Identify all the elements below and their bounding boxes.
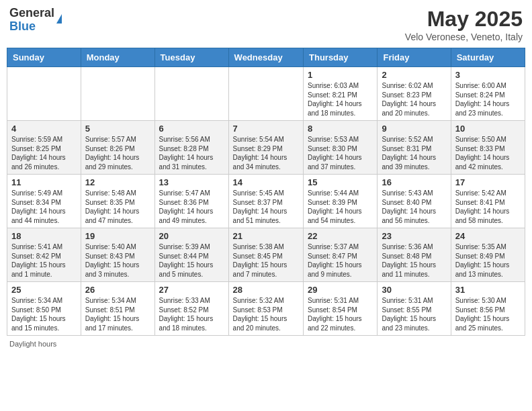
day-info: Sunrise: 5:54 AM Sunset: 8:29 PM Dayligh… [233, 135, 299, 171]
table-row [81, 67, 154, 121]
calendar-week-4: 18Sunrise: 5:41 AM Sunset: 8:42 PM Dayli… [7, 228, 525, 282]
day-info: Sunrise: 5:40 AM Sunset: 8:43 PM Dayligh… [85, 242, 150, 279]
table-row: 4Sunrise: 5:59 AM Sunset: 8:25 PM Daylig… [7, 121, 81, 175]
day-number: 16 [382, 177, 446, 187]
day-info: Sunrise: 5:32 AM Sunset: 8:53 PM Dayligh… [233, 296, 299, 332]
day-number: 12 [85, 177, 150, 187]
day-number: 5 [85, 124, 150, 134]
header: General Blue May 2025 Velo Veronese, Ven… [7, 7, 525, 42]
day-number: 31 [455, 285, 521, 295]
col-sunday: Sunday [7, 48, 81, 67]
table-row: 31Sunrise: 5:30 AM Sunset: 8:56 PM Dayli… [451, 282, 525, 336]
table-row: 29Sunrise: 5:31 AM Sunset: 8:54 PM Dayli… [304, 282, 378, 336]
day-number: 9 [382, 124, 446, 134]
day-info: Sunrise: 5:47 AM Sunset: 8:36 PM Dayligh… [159, 189, 224, 225]
day-number: 15 [308, 177, 373, 187]
footer: Daylight hours [7, 340, 525, 348]
table-row: 7Sunrise: 5:54 AM Sunset: 8:29 PM Daylig… [228, 121, 303, 175]
calendar-header-row: Sunday Monday Tuesday Wednesday Thursday… [7, 48, 525, 67]
day-number: 21 [233, 231, 299, 241]
day-number: 13 [159, 177, 224, 187]
day-info: Sunrise: 5:34 AM Sunset: 8:51 PM Dayligh… [85, 296, 150, 332]
day-info: Sunrise: 5:33 AM Sunset: 8:52 PM Dayligh… [159, 296, 224, 332]
table-row: 30Sunrise: 5:31 AM Sunset: 8:55 PM Dayli… [378, 282, 451, 336]
table-row: 27Sunrise: 5:33 AM Sunset: 8:52 PM Dayli… [154, 282, 228, 336]
table-row: 1Sunrise: 6:03 AM Sunset: 8:21 PM Daylig… [304, 67, 378, 121]
day-number: 2 [382, 70, 446, 80]
day-number: 19 [85, 231, 150, 241]
day-number: 25 [11, 285, 77, 295]
day-number: 22 [308, 231, 373, 241]
table-row: 20Sunrise: 5:39 AM Sunset: 8:44 PM Dayli… [154, 228, 228, 282]
col-thursday: Thursday [304, 48, 378, 67]
table-row: 5Sunrise: 5:57 AM Sunset: 8:26 PM Daylig… [81, 121, 154, 175]
day-number: 17 [455, 177, 521, 187]
calendar-week-2: 4Sunrise: 5:59 AM Sunset: 8:25 PM Daylig… [7, 121, 525, 175]
day-info: Sunrise: 5:44 AM Sunset: 8:39 PM Dayligh… [308, 189, 373, 225]
day-number: 29 [308, 285, 373, 295]
logo: General Blue [9, 7, 62, 34]
daylight-label: Daylight hours [9, 340, 56, 348]
day-number: 18 [11, 231, 77, 241]
day-info: Sunrise: 5:56 AM Sunset: 8:28 PM Dayligh… [159, 135, 224, 171]
day-info: Sunrise: 6:02 AM Sunset: 8:23 PM Dayligh… [382, 81, 446, 118]
table-row: 19Sunrise: 5:40 AM Sunset: 8:43 PM Dayli… [81, 228, 154, 282]
calendar-table: Sunday Monday Tuesday Wednesday Thursday… [7, 48, 525, 336]
logo-triangle-icon [56, 14, 62, 24]
table-row: 17Sunrise: 5:42 AM Sunset: 8:41 PM Dayli… [451, 175, 525, 228]
col-monday: Monday [81, 48, 154, 67]
table-row: 28Sunrise: 5:32 AM Sunset: 8:53 PM Dayli… [228, 282, 303, 336]
day-info: Sunrise: 5:45 AM Sunset: 8:37 PM Dayligh… [233, 189, 299, 225]
day-info: Sunrise: 5:48 AM Sunset: 8:35 PM Dayligh… [85, 189, 150, 225]
table-row [228, 67, 303, 121]
day-info: Sunrise: 5:37 AM Sunset: 8:47 PM Dayligh… [308, 242, 373, 279]
day-info: Sunrise: 5:53 AM Sunset: 8:30 PM Dayligh… [308, 135, 373, 171]
table-row: 11Sunrise: 5:49 AM Sunset: 8:34 PM Dayli… [7, 175, 81, 228]
day-number: 1 [308, 70, 373, 80]
table-row: 15Sunrise: 5:44 AM Sunset: 8:39 PM Dayli… [304, 175, 378, 228]
day-info: Sunrise: 5:38 AM Sunset: 8:45 PM Dayligh… [233, 242, 299, 279]
day-info: Sunrise: 5:36 AM Sunset: 8:48 PM Dayligh… [382, 242, 446, 279]
day-number: 7 [233, 124, 299, 134]
table-row [154, 67, 228, 121]
page-container: General Blue May 2025 Velo Veronese, Ven… [7, 7, 525, 348]
table-row: 14Sunrise: 5:45 AM Sunset: 8:37 PM Dayli… [228, 175, 303, 228]
table-row: 9Sunrise: 5:52 AM Sunset: 8:31 PM Daylig… [378, 121, 451, 175]
table-row: 10Sunrise: 5:50 AM Sunset: 8:33 PM Dayli… [451, 121, 525, 175]
day-info: Sunrise: 5:35 AM Sunset: 8:49 PM Dayligh… [455, 242, 521, 279]
day-info: Sunrise: 5:31 AM Sunset: 8:55 PM Dayligh… [382, 296, 446, 332]
table-row: 21Sunrise: 5:38 AM Sunset: 8:45 PM Dayli… [228, 228, 303, 282]
calendar-week-5: 25Sunrise: 5:34 AM Sunset: 8:50 PM Dayli… [7, 282, 525, 336]
day-number: 28 [233, 285, 299, 295]
table-row: 2Sunrise: 6:02 AM Sunset: 8:23 PM Daylig… [378, 67, 451, 121]
day-number: 10 [455, 124, 521, 134]
table-row: 12Sunrise: 5:48 AM Sunset: 8:35 PM Dayli… [81, 175, 154, 228]
col-tuesday: Tuesday [154, 48, 228, 67]
logo-text: General Blue [9, 7, 54, 34]
day-number: 6 [159, 124, 224, 134]
day-info: Sunrise: 5:41 AM Sunset: 8:42 PM Dayligh… [11, 242, 77, 279]
day-info: Sunrise: 5:49 AM Sunset: 8:34 PM Dayligh… [11, 189, 77, 225]
day-number: 14 [233, 177, 299, 187]
day-info: Sunrise: 5:39 AM Sunset: 8:44 PM Dayligh… [159, 242, 224, 279]
table-row: 13Sunrise: 5:47 AM Sunset: 8:36 PM Dayli… [154, 175, 228, 228]
day-number: 27 [159, 285, 224, 295]
day-number: 23 [382, 231, 446, 241]
day-info: Sunrise: 6:00 AM Sunset: 8:24 PM Dayligh… [455, 81, 521, 118]
table-row: 18Sunrise: 5:41 AM Sunset: 8:42 PM Dayli… [7, 228, 81, 282]
day-number: 30 [382, 285, 446, 295]
day-number: 8 [308, 124, 373, 134]
location: Velo Veronese, Veneto, Italy [405, 32, 523, 42]
day-info: Sunrise: 5:52 AM Sunset: 8:31 PM Dayligh… [382, 135, 446, 171]
day-info: Sunrise: 5:50 AM Sunset: 8:33 PM Dayligh… [455, 135, 521, 171]
day-number: 4 [11, 124, 77, 134]
col-wednesday: Wednesday [228, 48, 303, 67]
day-info: Sunrise: 5:42 AM Sunset: 8:41 PM Dayligh… [455, 189, 521, 225]
day-info: Sunrise: 5:34 AM Sunset: 8:50 PM Dayligh… [11, 296, 77, 332]
day-info: Sunrise: 5:30 AM Sunset: 8:56 PM Dayligh… [455, 296, 521, 332]
title-block: May 2025 Velo Veronese, Veneto, Italy [405, 7, 523, 42]
day-number: 26 [85, 285, 150, 295]
table-row: 25Sunrise: 5:34 AM Sunset: 8:50 PM Dayli… [7, 282, 81, 336]
logo-blue: Blue [9, 20, 54, 34]
calendar-week-1: 1Sunrise: 6:03 AM Sunset: 8:21 PM Daylig… [7, 67, 525, 121]
